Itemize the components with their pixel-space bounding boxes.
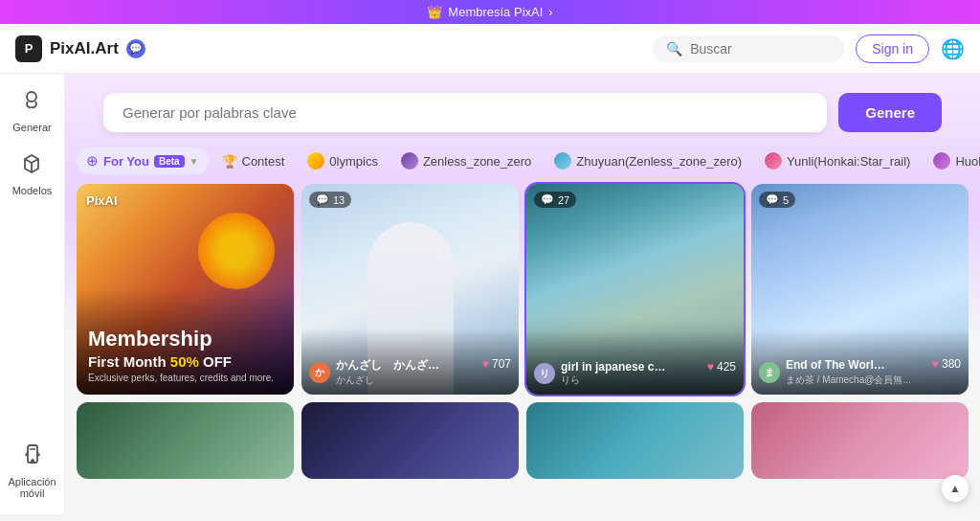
- card-2-title: かんざし かんざさん...: [336, 357, 441, 374]
- card-4-avatar: ま: [759, 362, 780, 383]
- membership-overlay: Membership First Month 50% OFF Exclusive…: [77, 288, 294, 395]
- heart-icon-4: ♥: [932, 357, 939, 371]
- sidebar: Generar Modelos: [0, 74, 65, 514]
- main-search-input[interactable]: [122, 104, 808, 121]
- search-icon: 🔍: [666, 41, 682, 57]
- tab-zhuyuan[interactable]: Zhuyuan(Zenless_zone_zero): [545, 147, 751, 174]
- svg-point-0: [27, 92, 36, 102]
- banner-chevron: ›: [548, 5, 552, 19]
- card-2-username: かんざし: [336, 374, 441, 387]
- generar-icon: [20, 89, 43, 118]
- comment-icon-3: 💬: [541, 193, 554, 206]
- membership-desc: Exclusive perks, features, credits and m…: [88, 373, 282, 383]
- card-4-username: まめ茶 / Mamecha@会員無...: [786, 374, 911, 387]
- tab-olympics[interactable]: 0lympics: [298, 147, 388, 174]
- card-3-username: りら: [561, 374, 666, 387]
- card-2-likes: ♥ 707: [482, 357, 511, 371]
- card-3-likes: ♥ 425: [707, 360, 736, 374]
- card-4-text: End of The World / 世界... まめ茶 / Mamecha@会…: [786, 357, 911, 387]
- comment-icon-4: 💬: [766, 193, 779, 206]
- card-2-avatar: か: [309, 362, 330, 383]
- card-3-info: り girl in japanese costum... りら ♥ 425: [534, 360, 736, 387]
- zenless-label: Zenless_zone_zero: [423, 154, 531, 169]
- search-area: Genere: [65, 74, 980, 147]
- sign-in-button[interactable]: Sign in: [856, 34, 929, 63]
- heart-icon-2: ♥: [482, 357, 489, 371]
- card-membership[interactable]: PixAI Membership First Month 50% OFF Exc…: [77, 184, 294, 395]
- crown-icon: 👑: [427, 5, 442, 19]
- membership-title: Membership: [88, 327, 282, 351]
- tab-zenless[interactable]: Zenless_zone_zero: [391, 147, 541, 174]
- modelos-icon: [20, 152, 43, 181]
- banner-text: Membresía PixAI: [448, 5, 543, 19]
- comment-icon-2: 💬: [316, 193, 329, 206]
- card-2[interactable]: 💬 13 か かんざし かんざさん... かんざし: [301, 184, 519, 395]
- card-4-title: End of The World / 世界...: [786, 357, 891, 374]
- logo[interactable]: P PixAI.Art 💬: [15, 35, 145, 62]
- card-4-likes: ♥ 380: [932, 357, 961, 371]
- card-2-text: かんざし かんざさん... かんざし: [336, 357, 441, 387]
- contest-label: Contest: [242, 154, 285, 169]
- card-4-info: ま End of The World / 世界... まめ茶 / Mamecha…: [759, 357, 961, 387]
- comment-count-4: 💬 5: [759, 192, 795, 208]
- tab-huohuo[interactable]: Huohuo(Honkai:Star_rail): [924, 147, 980, 174]
- card-4-user: ま End of The World / 世界... まめ茶 / Mamecha…: [759, 357, 911, 387]
- for-you-icon: ⊕: [86, 152, 99, 170]
- sidebar-item-generar[interactable]: Generar: [12, 89, 51, 133]
- sidebar-modelos-label: Modelos: [12, 185, 53, 196]
- card-2-info: か かんざし かんざさん... かんざし ♥ 707: [309, 357, 511, 387]
- logo-text: PixAI.Art: [50, 39, 119, 58]
- tab-for-you[interactable]: ⊕ For You Beta ▼: [77, 147, 209, 174]
- pixai-badge: PixAI: [86, 193, 118, 208]
- mobile-icon: [21, 443, 44, 472]
- card-3[interactable]: 💬 27 り girl in japanese costum... りら: [526, 184, 744, 395]
- beta-badge: Beta: [154, 155, 185, 168]
- heart-icon-3: ♥: [707, 360, 714, 374]
- comment-count-3: 💬 27: [534, 192, 576, 208]
- header: P PixAI.Art 💬 🔍 Sign in 🌐: [0, 24, 980, 74]
- main-search-bar[interactable]: [103, 93, 827, 132]
- card-3-text: girl in japanese costum... りら: [561, 360, 666, 387]
- sidebar-item-modelos[interactable]: Modelos: [12, 152, 53, 196]
- yunli-avatar: [765, 152, 782, 170]
- header-search[interactable]: 🔍: [653, 35, 844, 62]
- sidebar-mobile-app[interactable]: Aplicación móvil: [0, 443, 64, 499]
- bottom-card-2[interactable]: [301, 402, 519, 479]
- tab-yunli[interactable]: Yunli(Honkai:Star_rail): [755, 147, 920, 174]
- logo-icon: P: [15, 35, 42, 62]
- tab-contest[interactable]: 🏆 Contest: [212, 149, 295, 173]
- zhuyuan-label: Zhuyuan(Zenless_zone_zero): [576, 154, 742, 169]
- zenless-avatar: [401, 152, 418, 170]
- content-area: Genere ⊕ For You Beta ▼ 🏆 Contest 0lympi…: [65, 74, 980, 514]
- membership-offer: First Month 50% OFF: [88, 353, 282, 370]
- card-2-bottom: か かんざし かんざさん... かんざし ♥ 707: [301, 328, 519, 395]
- card-2-user: か かんざし かんざさん... かんざし: [309, 357, 441, 387]
- chevron-up-icon: ▲: [949, 482, 961, 495]
- card-4-bottom: ま End of The World / 世界... まめ茶 / Mamecha…: [751, 328, 969, 395]
- contest-icon: 🏆: [222, 154, 237, 169]
- scroll-top-button[interactable]: ▲: [942, 475, 969, 502]
- language-icon[interactable]: 🌐: [941, 37, 965, 60]
- bottom-card-3[interactable]: [526, 402, 744, 479]
- bottom-card-1[interactable]: [77, 402, 294, 479]
- zhuyuan-avatar: [554, 152, 571, 170]
- card-3-avatar: り: [534, 363, 555, 384]
- card-3-bottom: り girl in japanese costum... りら ♥ 425: [526, 331, 744, 395]
- top-banner[interactable]: 👑 Membresía PixAI ›: [0, 0, 980, 24]
- huohuo-label: Huohuo(Honkai:Star_rail): [955, 154, 980, 169]
- for-you-label: For You: [103, 154, 149, 169]
- filter-tabs: ⊕ For You Beta ▼ 🏆 Contest 0lympics Zenl…: [65, 147, 980, 184]
- search-input[interactable]: [690, 41, 824, 57]
- olympics-label: 0lympics: [329, 154, 378, 169]
- bottom-card-4[interactable]: [751, 402, 969, 479]
- sidebar-generar-label: Generar: [12, 122, 51, 133]
- generate-button[interactable]: Genere: [838, 93, 942, 132]
- mobile-label: Aplicación móvil: [0, 476, 64, 499]
- huohuo-avatar: [933, 152, 950, 170]
- discord-icon[interactable]: 💬: [126, 39, 145, 58]
- comment-count-2: 💬 13: [309, 192, 351, 208]
- yunli-label: Yunli(Honkai:Star_rail): [787, 154, 910, 169]
- card-3-user: り girl in japanese costum... りら: [534, 360, 666, 387]
- image-grid: PixAI Membership First Month 50% OFF Exc…: [65, 184, 980, 490]
- card-4[interactable]: 💬 5 ま End of The World / 世界... まめ茶 / Mam…: [751, 184, 969, 395]
